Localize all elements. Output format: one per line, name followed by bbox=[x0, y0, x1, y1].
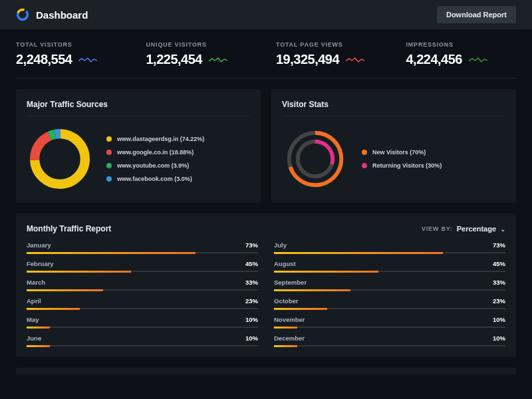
month-percent: 33% bbox=[493, 279, 505, 286]
page-title: Dashboard bbox=[36, 9, 88, 21]
kpi-2: TOTAL PAGE VIEWS 19,325,494 bbox=[276, 41, 386, 67]
month-name: June bbox=[27, 334, 41, 342]
kpi-value: 4,224,456 bbox=[406, 52, 462, 67]
legend-item: www.facebook.com (3.0%) bbox=[106, 176, 204, 182]
kpi-label: UNIQUE VISITORS bbox=[146, 41, 257, 48]
legend-dot-icon bbox=[106, 163, 112, 168]
kpi-value: 19,325,494 bbox=[276, 52, 339, 67]
month-percent: 10% bbox=[245, 334, 258, 342]
bar-fill bbox=[27, 308, 80, 310]
bar-fill bbox=[27, 252, 196, 254]
month-percent: 10% bbox=[493, 316, 505, 323]
view-by-selector[interactable]: VIEW BY: Percentage ⌄ bbox=[422, 225, 505, 233]
footer-card-peek bbox=[16, 368, 516, 374]
bar-track bbox=[27, 289, 258, 291]
header-left: Dashboard bbox=[16, 8, 88, 21]
cards-row: Major Traffic Sources www.dastageerdsg.i… bbox=[16, 89, 516, 203]
visitor-stats-card: Visitor Stats New Visitors (70%)Returnin… bbox=[271, 89, 516, 203]
divider bbox=[282, 116, 505, 116]
month-percent: 45% bbox=[493, 260, 505, 267]
month-percent: 10% bbox=[245, 316, 258, 323]
bar-track bbox=[274, 345, 505, 346]
month-row: October 23% bbox=[274, 297, 505, 309]
legend-dot-icon bbox=[106, 136, 112, 142]
month-percent: 73% bbox=[245, 241, 258, 249]
legend-item: www.youtube.com (3.9%) bbox=[106, 162, 204, 169]
bar-track bbox=[27, 308, 258, 309]
month-name: September bbox=[274, 279, 307, 286]
bar-track bbox=[27, 252, 258, 253]
card-title: Major Traffic Sources bbox=[27, 100, 250, 109]
month-row: April 23% bbox=[27, 297, 258, 309]
month-row: March 33% bbox=[27, 279, 258, 291]
divider bbox=[27, 116, 250, 116]
bar-fill bbox=[274, 271, 378, 273]
months-grid: January 73% February 45% March 33% April bbox=[27, 241, 505, 346]
month-row: January 73% bbox=[27, 241, 258, 253]
kpi-3: IMPRESSIONS 4,224,456 bbox=[406, 41, 517, 67]
sparkline-icon bbox=[78, 56, 97, 64]
traffic-donut-chart bbox=[27, 126, 93, 192]
month-percent: 10% bbox=[493, 334, 505, 342]
visitor-legend: New Visitors (70%)Returning Visitors (30… bbox=[362, 149, 442, 169]
kpi-0: TOTAL VISITORS 2,248,554 bbox=[16, 41, 126, 67]
legend-label: New Visitors (70%) bbox=[372, 149, 426, 156]
month-name: February bbox=[27, 260, 54, 267]
sparkline-icon bbox=[346, 56, 364, 64]
bar-track bbox=[274, 308, 505, 309]
monthly-header: Monthly Traffic Report VIEW BY: Percenta… bbox=[27, 224, 505, 233]
month-percent: 23% bbox=[493, 297, 505, 305]
month-row: February 45% bbox=[27, 260, 258, 272]
months-col-left: January 73% February 45% March 33% April bbox=[27, 241, 258, 346]
traffic-sources-card: Major Traffic Sources www.dastageerdsg.i… bbox=[16, 89, 261, 203]
month-name: December bbox=[274, 334, 305, 342]
month-name: March bbox=[27, 279, 45, 286]
month-name: November bbox=[274, 316, 305, 323]
kpi-value: 1,225,454 bbox=[146, 52, 202, 67]
legend-item: www.dastageerdsg.in (74.22%) bbox=[106, 136, 204, 142]
legend-dot-icon bbox=[362, 150, 367, 155]
kpi-label: TOTAL VISITORS bbox=[16, 41, 126, 48]
visitor-chart-body: New Visitors (70%)Returning Visitors (30… bbox=[282, 126, 505, 192]
bar-track bbox=[274, 289, 505, 291]
bar-fill bbox=[274, 345, 297, 347]
download-report-button[interactable]: Download Report bbox=[437, 6, 516, 23]
month-row: June 10% bbox=[27, 334, 258, 346]
months-col-right: July 73% August 45% September 33% Octobe… bbox=[274, 241, 505, 346]
kpi-value: 2,248,554 bbox=[16, 52, 72, 67]
bar-track bbox=[27, 271, 258, 272]
view-by-label: VIEW BY: bbox=[422, 225, 453, 232]
month-name: January bbox=[27, 241, 51, 249]
traffic-chart-body: www.dastageerdsg.in (74.22%)www.google.c… bbox=[27, 126, 250, 192]
logo-icon bbox=[16, 8, 29, 21]
sparkline-icon bbox=[209, 56, 227, 64]
month-row: July 73% bbox=[274, 241, 505, 253]
month-row: August 45% bbox=[274, 260, 505, 272]
month-percent: 23% bbox=[245, 297, 258, 305]
legend-label: www.dastageerdsg.in (74.22%) bbox=[117, 136, 204, 142]
visitor-donut-chart bbox=[282, 126, 348, 192]
month-row: December 10% bbox=[274, 334, 505, 346]
kpi-label: TOTAL PAGE VIEWS bbox=[276, 41, 386, 48]
content: TOTAL VISITORS 2,248,554 UNIQUE VISITORS… bbox=[0, 29, 532, 386]
monthly-traffic-card: Monthly Traffic Report VIEW BY: Percenta… bbox=[16, 213, 516, 357]
legend-label: www.youtube.com (3.9%) bbox=[117, 162, 189, 169]
kpi-label: IMPRESSIONS bbox=[406, 41, 517, 48]
month-row: September 33% bbox=[274, 279, 505, 291]
bar-track bbox=[27, 327, 258, 328]
month-row: November 10% bbox=[274, 316, 505, 328]
view-by-value: Percentage bbox=[457, 225, 496, 233]
month-name: August bbox=[274, 260, 296, 267]
header: Dashboard Download Report bbox=[0, 0, 532, 29]
month-percent: 45% bbox=[245, 260, 258, 267]
bar-fill bbox=[274, 252, 443, 254]
legend-item: New Visitors (70%) bbox=[362, 149, 442, 156]
legend-dot-icon bbox=[106, 176, 112, 182]
bar-fill bbox=[274, 327, 297, 329]
legend-item: www.google.co.in (18.88%) bbox=[106, 149, 204, 156]
bar-fill bbox=[27, 289, 103, 291]
month-percent: 33% bbox=[245, 279, 258, 286]
bar-track bbox=[27, 345, 258, 346]
month-name: May bbox=[27, 316, 39, 323]
bar-fill bbox=[27, 271, 131, 273]
